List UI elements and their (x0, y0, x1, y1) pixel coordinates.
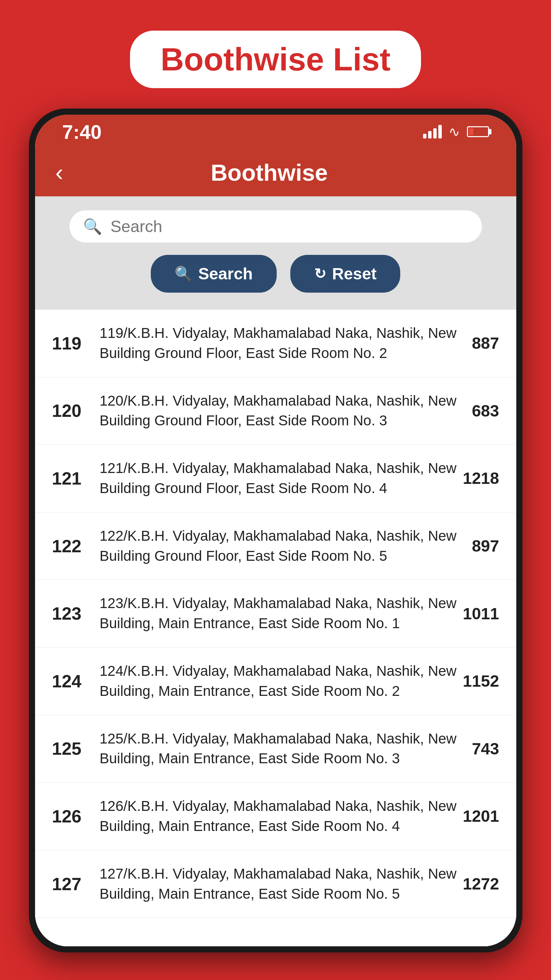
reset-button[interactable]: ↻ Reset (290, 255, 401, 293)
search-button[interactable]: 🔍 Search (151, 255, 277, 293)
list-item-description: 124/K.B.H. Vidyalay, Makhamalabad Naka, … (100, 661, 459, 701)
tablet-screen: 7:40 ∿ ‹ Boothwise (35, 115, 516, 946)
list-item-number: 119 (52, 333, 86, 353)
search-input[interactable] (111, 217, 468, 236)
list-item-description: 119/K.B.H. Vidyalay, Makhamalabad Naka, … (100, 323, 459, 363)
button-row: 🔍 Search ↻ Reset (69, 255, 482, 293)
search-button-icon: 🔍 (175, 266, 192, 282)
list-item-number: 121 (52, 468, 86, 488)
list-item[interactable]: 120120/K.B.H. Vidyalay, Makhamalabad Nak… (35, 377, 516, 445)
list-item[interactable]: 122122/K.B.H. Vidyalay, Makhamalabad Nak… (35, 512, 516, 580)
reset-button-label: Reset (332, 264, 377, 283)
list-item-description: 127/K.B.H. Vidyalay, Makhamalabad Naka, … (100, 864, 459, 904)
list-item-count: 683 (459, 401, 499, 420)
list-item-number: 127 (52, 874, 86, 894)
app-header: ‹ Boothwise (35, 149, 516, 196)
list-item-count: 1011 (459, 605, 499, 623)
list-item-number: 124 (52, 671, 86, 692)
list-item-description: 123/K.B.H. Vidyalay, Makhamalabad Naka, … (100, 593, 459, 633)
reset-button-icon: ↻ (314, 266, 326, 282)
tablet-frame: 7:40 ∿ ‹ Boothwise (29, 108, 522, 953)
list-item[interactable]: 124124/K.B.H. Vidyalay, Makhamalabad Nak… (35, 648, 516, 715)
booth-list: 119119/K.B.H. Vidyalay, Makhamalabad Nak… (35, 310, 516, 946)
search-input-wrapper[interactable]: 🔍 (69, 210, 482, 243)
list-item-number: 122 (52, 536, 86, 556)
back-button[interactable]: ‹ (56, 161, 63, 185)
list-item[interactable]: 121121/K.B.H. Vidyalay, Makhamalabad Nak… (35, 445, 516, 512)
list-item-description: 122/K.B.H. Vidyalay, Makhamalabad Naka, … (100, 526, 459, 566)
list-item-count: 1272 (459, 875, 499, 893)
battery-icon (467, 126, 489, 137)
list-item-count: 1218 (459, 469, 499, 488)
list-item[interactable]: 119119/K.B.H. Vidyalay, Makhamalabad Nak… (35, 310, 516, 377)
list-item-number: 123 (52, 603, 86, 624)
page-title-banner: Boothwise List (130, 30, 421, 88)
page-title: Boothwise List (161, 41, 391, 78)
list-item[interactable]: 125125/K.B.H. Vidyalay, Makhamalabad Nak… (35, 715, 516, 783)
list-item-description: 121/K.B.H. Vidyalay, Makhamalabad Naka, … (100, 458, 459, 498)
list-item-number: 120 (52, 401, 86, 421)
status-bar: 7:40 ∿ (35, 115, 516, 149)
search-section: 🔍 🔍 Search ↻ Reset (35, 196, 516, 310)
list-item-count: 743 (459, 740, 499, 758)
list-item-description: 120/K.B.H. Vidyalay, Makhamalabad Naka, … (100, 391, 459, 431)
status-icons: ∿ (423, 124, 489, 140)
list-item[interactable]: 123123/K.B.H. Vidyalay, Makhamalabad Nak… (35, 580, 516, 648)
list-item[interactable]: 126126/K.B.H. Vidyalay, Makhamalabad Nak… (35, 783, 516, 850)
content-area: 🔍 🔍 Search ↻ Reset 119119/K.B.H. Vidyala (35, 196, 516, 946)
wifi-icon: ∿ (449, 124, 460, 140)
search-button-label: Search (198, 264, 253, 283)
list-item[interactable]: 127127/K.B.H. Vidyalay, Makhamalabad Nak… (35, 850, 516, 918)
search-input-icon: 🔍 (83, 218, 102, 235)
list-item-count: 897 (459, 537, 499, 555)
list-item-count: 1201 (459, 807, 499, 826)
list-item-description: 125/K.B.H. Vidyalay, Makhamalabad Naka, … (100, 729, 459, 769)
list-item-count: 887 (459, 334, 499, 353)
signal-icon (423, 125, 442, 138)
list-item-description: 126/K.B.H. Vidyalay, Makhamalabad Naka, … (100, 796, 459, 837)
status-time: 7:40 (62, 121, 102, 143)
list-item-count: 1152 (459, 672, 499, 690)
list-item-number: 126 (52, 806, 86, 827)
list-item-number: 125 (52, 738, 86, 759)
header-title: Boothwise (63, 159, 475, 186)
